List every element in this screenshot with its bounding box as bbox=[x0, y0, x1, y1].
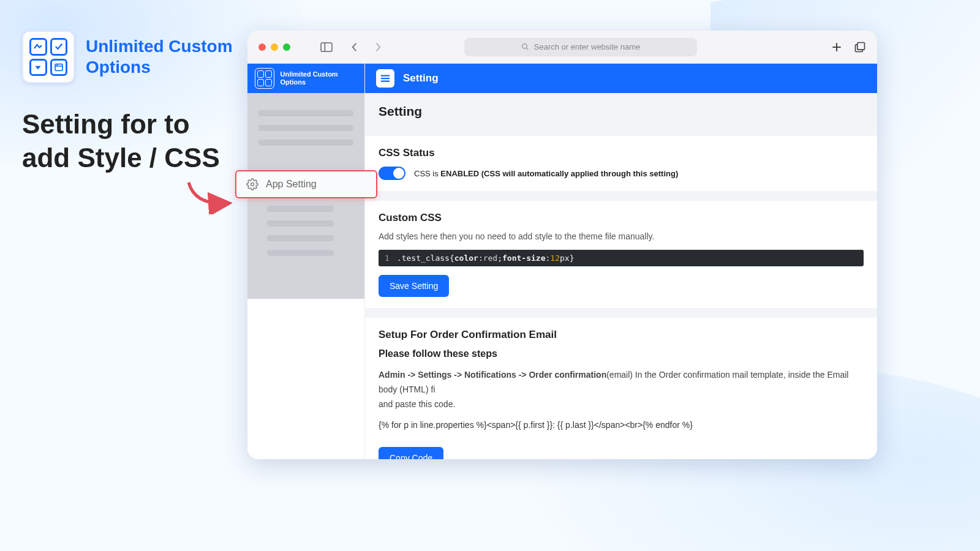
css-status-toggle[interactable] bbox=[379, 167, 405, 180]
svg-rect-3 bbox=[858, 42, 865, 50]
hero-tagline: Setting for to add Style / CSS bbox=[22, 107, 243, 174]
css-status-heading: CSS Status bbox=[379, 147, 864, 159]
svg-rect-0 bbox=[55, 64, 62, 70]
url-bar[interactable]: Search or enter website name bbox=[464, 38, 697, 56]
order-email-instructions: Admin -> Settings -> Notifications -> Or… bbox=[379, 368, 864, 411]
code-line: .test_class{color:red;font-size:12px} bbox=[397, 253, 575, 263]
svg-point-4 bbox=[251, 183, 254, 186]
custom-css-sub: Add styles here then you no need to add … bbox=[379, 231, 864, 241]
browser-window: Search or enter website name Unlimited C… bbox=[247, 31, 877, 459]
order-email-heading: Setup For Order Confirmation Email bbox=[379, 329, 864, 341]
sidebar-item-label: App Setting bbox=[266, 179, 317, 190]
gear-icon bbox=[246, 178, 258, 190]
menu-toggle-button[interactable] bbox=[376, 69, 394, 88]
save-setting-button[interactable]: Save Setting bbox=[379, 275, 449, 297]
browser-titlebar: Search or enter website name bbox=[247, 31, 877, 64]
nav-forward-icon[interactable] bbox=[374, 42, 382, 52]
minimize-window-icon[interactable] bbox=[271, 43, 278, 51]
svg-rect-1 bbox=[321, 42, 332, 51]
traffic-lights[interactable] bbox=[258, 43, 290, 51]
app-sidebar: Unlimited Custom Options bbox=[247, 64, 365, 459]
line-number: 1 bbox=[385, 253, 390, 263]
css-editor[interactable]: 1 .test_class{color:red;font-size:12px} bbox=[379, 250, 864, 266]
app-name: Unlimited Custom Options bbox=[281, 70, 357, 86]
app-logo bbox=[22, 31, 75, 83]
hero-title: Unlimited Custom Options bbox=[86, 36, 239, 77]
topbar-title: Setting bbox=[403, 72, 439, 84]
hero-logo-block: Unlimited Custom Options bbox=[22, 31, 239, 83]
new-tab-icon[interactable] bbox=[831, 41, 843, 53]
app-topbar: Setting bbox=[365, 64, 877, 93]
order-email-card: Setup For Order Confirmation Email Pleas… bbox=[365, 318, 877, 459]
sidebar-toggle-icon[interactable] bbox=[320, 42, 333, 53]
custom-css-heading: Custom CSS bbox=[379, 212, 864, 224]
sidebar-item-app-setting[interactable]: App Setting bbox=[235, 170, 377, 198]
svg-point-2 bbox=[522, 44, 527, 49]
app-logo-small bbox=[255, 68, 274, 89]
custom-css-card: Custom CSS Add styles here then you no n… bbox=[365, 201, 877, 308]
steps-title: Please follow these steps bbox=[379, 348, 864, 359]
page-title: Setting bbox=[365, 93, 877, 126]
css-status-text: CSS is ENABLED (CSS will automatically a… bbox=[414, 169, 678, 178]
app-main: Setting Setting CSS Status CSS is ENABLE… bbox=[365, 64, 877, 459]
liquid-snippet: {% for p in line.properties %}<span>{{ p… bbox=[379, 420, 864, 430]
css-status-card: CSS Status CSS is ENABLED (CSS will auto… bbox=[365, 136, 877, 191]
maximize-window-icon[interactable] bbox=[283, 43, 290, 51]
copy-code-button[interactable]: Copy Code bbox=[379, 447, 443, 459]
search-icon bbox=[521, 43, 529, 51]
sidebar-header: Unlimited Custom Options bbox=[247, 64, 364, 93]
pointer-arrow-icon bbox=[183, 178, 238, 214]
url-placeholder: Search or enter website name bbox=[534, 42, 640, 51]
nav-back-icon[interactable] bbox=[350, 42, 359, 52]
tabs-overview-icon[interactable] bbox=[854, 41, 866, 53]
close-window-icon[interactable] bbox=[258, 43, 266, 51]
